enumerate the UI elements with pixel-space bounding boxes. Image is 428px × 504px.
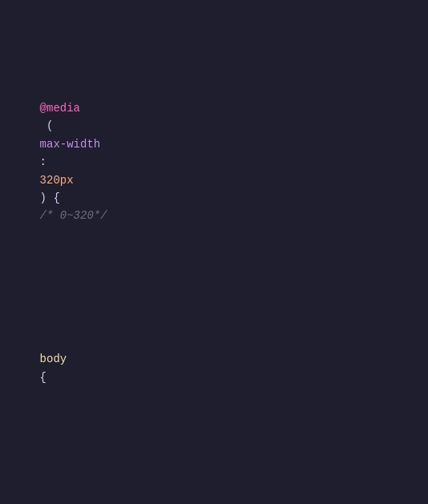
line-3: background : red ; — [13, 476, 415, 504]
line-2: body { — [13, 315, 415, 405]
prop-max-width: max-width — [40, 138, 101, 151]
at-keyword: @media — [40, 102, 80, 115]
code-editor: @media ( max-width : 320px ) { /* 0~320*… — [13, 10, 415, 504]
line-1: @media ( max-width : 320px ) { /* 0~320*… — [13, 82, 415, 244]
